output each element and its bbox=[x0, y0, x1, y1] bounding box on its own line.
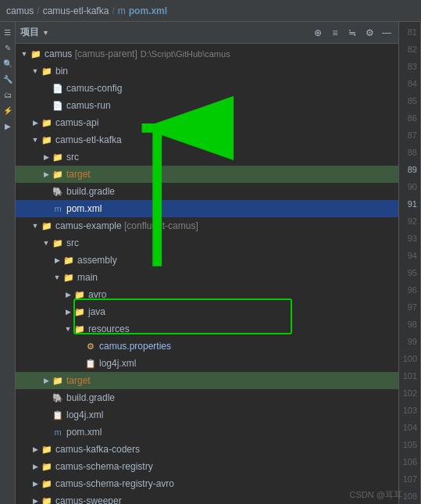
line-86: 86 bbox=[408, 109, 417, 127]
line-99: 99 bbox=[408, 333, 417, 350]
tree-arrow-src[interactable] bbox=[41, 152, 52, 163]
folder-icon-bin: 📁 bbox=[41, 65, 53, 77]
folder-icon-src: 📁 bbox=[52, 151, 64, 163]
left-icon-1[interactable]: ☰ bbox=[1, 25, 15, 39]
toolbar-icon-scope[interactable]: ⊕ bbox=[311, 26, 325, 40]
tree-item-camus-schema-registry[interactable]: 📁 camus-schema-registry bbox=[16, 458, 398, 475]
tree-label-java: java bbox=[88, 306, 105, 317]
tree-item-camus-root[interactable]: 📁 camus [camus-parent] D:\Script\GitHub\… bbox=[16, 45, 398, 63]
tree-item-build-gradle[interactable]: 🐘 build.gradle bbox=[16, 183, 398, 200]
tree-label-camus-run: camus-run bbox=[66, 100, 111, 111]
toolbar-icon-minimize[interactable]: — bbox=[380, 26, 394, 40]
tree-label-bin: bin bbox=[55, 66, 68, 77]
tree-arrow-assembly[interactable] bbox=[52, 255, 62, 266]
tree-arrow-camus-schema-registry-avro[interactable] bbox=[30, 478, 41, 489]
left-icon-3[interactable]: 🔍 bbox=[1, 56, 15, 70]
toolbar-icon-collapse[interactable]: ≒ bbox=[345, 26, 359, 40]
file-tree[interactable]: 📁 camus [camus-parent] D:\Script\GitHub\… bbox=[16, 44, 398, 504]
line-101: 101 bbox=[403, 367, 417, 384]
left-icon-4[interactable]: 🔧 bbox=[1, 72, 15, 86]
tree-label-camus-sweeper: camus-sweeper bbox=[55, 495, 122, 504]
tree-label-camus-root: camus [camus-parent] bbox=[45, 48, 137, 59]
tree-arrow-camus-schema-registry[interactable] bbox=[30, 461, 41, 472]
left-icon-2[interactable]: ✎ bbox=[1, 41, 15, 55]
tree-item-camus-run[interactable]: 📄 camus-run bbox=[16, 97, 398, 114]
line-89: 89 bbox=[408, 161, 417, 178]
line-91: 91 bbox=[408, 195, 417, 213]
tree-item-src[interactable]: 📁 src bbox=[16, 148, 398, 166]
toolbar-icons: ⊕ ≡ ≒ ⚙ — bbox=[311, 26, 394, 40]
tree-arrow-camus-kafka-coders[interactable] bbox=[30, 444, 41, 455]
tree-item-camus-etl-kafka[interactable]: 📁 camus-etl-kafka bbox=[16, 131, 398, 148]
toolbar-icon-list[interactable]: ≡ bbox=[328, 26, 342, 40]
tree-item-src2[interactable]: 📁 src bbox=[16, 234, 398, 252]
tree-label-camus-schema-registry-avro: camus-schema-registry-avro bbox=[55, 478, 174, 489]
tree-item-main[interactable]: 📁 main bbox=[16, 269, 398, 286]
tree-label-build-gradle: build.gradle bbox=[66, 186, 115, 197]
tree-item-resources[interactable]: 📁 resources bbox=[16, 320, 398, 338]
tree-arrow-resources[interactable] bbox=[62, 323, 73, 334]
line-93: 93 bbox=[408, 230, 417, 247]
tree-item-target[interactable]: 📁 target bbox=[16, 166, 398, 183]
tree-arrow-bin[interactable] bbox=[30, 66, 41, 77]
tree-arrow-camus-root[interactable] bbox=[19, 48, 30, 59]
tree-label-src: src bbox=[66, 152, 79, 163]
line-103: 103 bbox=[403, 402, 417, 419]
tree-label-camus-example: camus-example [confluent-camus] bbox=[55, 220, 198, 231]
tree-arrow-avro[interactable] bbox=[62, 289, 73, 300]
tree-label-target2: target bbox=[66, 375, 91, 386]
tree-arrow-src2[interactable] bbox=[41, 238, 52, 248]
tree-label-avro: avro bbox=[88, 289, 106, 300]
project-panel: 项目 ▼ ⊕ ≡ ≒ ⚙ — 📁 camus [camus-parent] bbox=[16, 22, 398, 504]
toolbar-icon-settings[interactable]: ⚙ bbox=[362, 26, 376, 40]
tree-arrow-java[interactable] bbox=[62, 306, 73, 317]
tree-arrow-target2[interactable] bbox=[41, 375, 52, 386]
line-102: 102 bbox=[403, 384, 417, 402]
left-icon-5[interactable]: 🗂 bbox=[1, 88, 15, 102]
line-108: 108 bbox=[403, 488, 417, 504]
tree-arrow-camus-sweeper[interactable] bbox=[30, 495, 41, 504]
tree-label-log4j-xml2: log4j.xml bbox=[66, 409, 103, 420]
tree-item-bin[interactable]: 📁 bin bbox=[16, 63, 398, 80]
tree-item-camus-example[interactable]: 📁 camus-example [confluent-camus] bbox=[16, 217, 398, 234]
line-96: 96 bbox=[408, 281, 417, 298]
tree-item-camus-api[interactable]: 📁 camus-api bbox=[16, 114, 398, 131]
tree-arrow-camus-etl-kafka[interactable] bbox=[30, 134, 41, 145]
file-icon-log4j-xml2: 📋 bbox=[52, 409, 64, 421]
tree-arrow-camus-example[interactable] bbox=[30, 220, 41, 231]
panel-dropdown-arrow[interactable]: ▼ bbox=[42, 29, 49, 37]
line-98: 98 bbox=[408, 316, 417, 333]
folder-icon-assembly: 📁 bbox=[62, 254, 75, 266]
tree-label-camus-schema-registry: camus-schema-registry bbox=[55, 461, 153, 472]
tree-item-camus-kafka-coders[interactable]: 📁 camus-kafka-coders bbox=[16, 441, 398, 458]
folder-icon-camus-etl-kafka: 📁 bbox=[41, 134, 53, 146]
tree-item-camus-config[interactable]: 📄 camus-config bbox=[16, 80, 398, 97]
tree-item-target2[interactable]: 📁 target bbox=[16, 372, 398, 389]
left-icon-7[interactable]: ▶ bbox=[1, 119, 15, 133]
tree-item-camus-sweeper[interactable]: 📁 camus-sweeper bbox=[16, 492, 398, 504]
folder-icon-target: 📁 bbox=[52, 168, 64, 181]
tree-item-avro[interactable]: 📁 avro bbox=[16, 286, 398, 303]
tree-arrow-target[interactable] bbox=[41, 169, 52, 180]
line-83: 83 bbox=[408, 58, 417, 75]
tree-item-pom-xml2[interactable]: m pom.xml bbox=[16, 424, 398, 441]
tree-item-assembly[interactable]: 📁 assembly bbox=[16, 252, 398, 269]
tree-item-log4j-xml[interactable]: 📋 log4j.xml bbox=[16, 355, 398, 372]
tree-arrow-camus-api[interactable] bbox=[30, 117, 41, 128]
folder-icon-avro: 📁 bbox=[73, 288, 86, 301]
folder-icon-target2: 📁 bbox=[52, 374, 64, 387]
tree-item-pom-xml[interactable]: m pom.xml bbox=[16, 200, 398, 217]
tree-item-camus-schema-registry-avro[interactable]: 📁 camus-schema-registry-avro bbox=[16, 475, 398, 492]
file-icon-camus-properties: ⚙ bbox=[84, 340, 97, 352]
left-icon-6[interactable]: ⚡ bbox=[1, 103, 15, 117]
sep1: / bbox=[37, 5, 39, 16]
tree-item-build-gradle2[interactable]: 🐘 build.gradle bbox=[16, 389, 398, 406]
tree-arrow-main[interactable] bbox=[52, 272, 62, 283]
tree-item-camus-properties[interactable]: ⚙ camus.properties bbox=[16, 338, 398, 355]
tree-label-camus-etl-kafka: camus-etl-kafka bbox=[55, 134, 122, 145]
tree-label-pom-xml: pom.xml bbox=[66, 203, 102, 214]
tree-label-build-gradle2: build.gradle bbox=[66, 392, 115, 403]
folder-icon-resources: 📁 bbox=[73, 323, 86, 335]
tree-item-java[interactable]: 📁 java bbox=[16, 303, 398, 320]
tree-item-log4j-xml2[interactable]: 📋 log4j.xml bbox=[16, 406, 398, 424]
